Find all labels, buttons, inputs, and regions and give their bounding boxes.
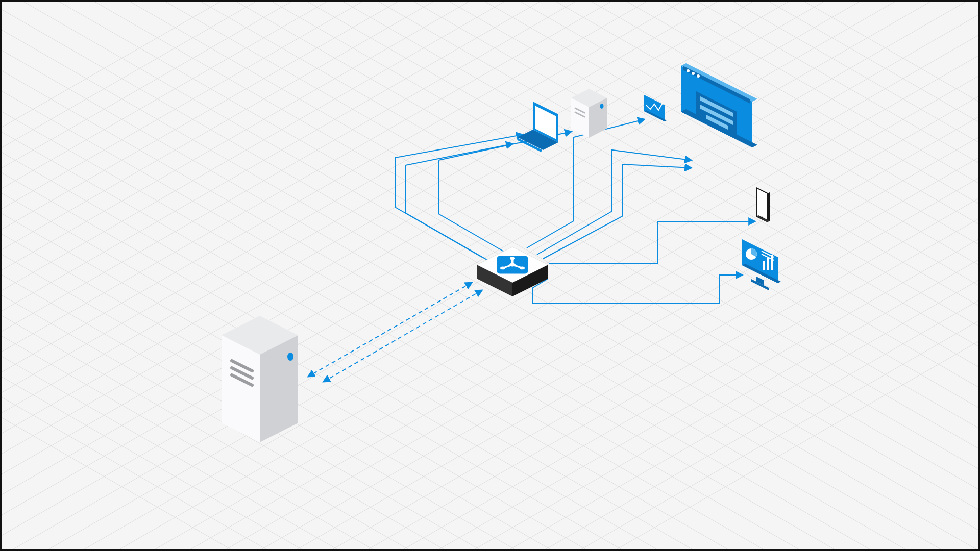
svg-line-67	[2, 53, 978, 549]
edge-hub-webapp	[537, 150, 691, 259]
svg-point-102	[500, 266, 505, 269]
svg-point-119	[687, 69, 690, 72]
svg-line-83	[308, 283, 472, 377]
analytics-monitor-icon	[742, 239, 781, 290]
small-server-icon	[571, 89, 607, 138]
svg-line-70	[2, 114, 978, 549]
svg-point-101	[520, 266, 525, 269]
metrics-screen-icon	[644, 95, 667, 121]
svg-point-129	[761, 217, 763, 218]
svg-line-30	[2, 94, 978, 549]
edge-hub-main-server	[308, 283, 482, 382]
laptop-icon	[518, 102, 558, 152]
svg-point-91	[287, 353, 293, 361]
svg-rect-136	[767, 258, 769, 270]
svg-line-69	[2, 94, 978, 549]
svg-line-28	[2, 53, 978, 549]
svg-line-74	[2, 196, 978, 549]
svg-line-73	[2, 176, 978, 549]
svg-line-79	[2, 298, 978, 549]
phone-icon	[756, 188, 770, 222]
svg-point-120	[692, 72, 695, 75]
svg-rect-135	[763, 261, 765, 270]
svg-line-38	[2, 257, 978, 549]
svg-line-16	[2, 2, 978, 288]
svg-line-84	[324, 290, 482, 382]
diagram-stage	[0, 0, 980, 551]
svg-marker-127	[768, 192, 770, 222]
svg-point-110	[600, 104, 604, 109]
svg-line-77	[2, 257, 978, 549]
svg-point-100	[510, 257, 515, 260]
svg-line-82	[2, 359, 978, 549]
diagram-canvas	[2, 2, 978, 549]
svg-line-81	[2, 339, 978, 549]
edge-hub-phone	[549, 221, 755, 263]
svg-line-35	[2, 196, 978, 549]
edge-hub-laptop	[395, 135, 523, 261]
svg-line-71	[2, 135, 978, 549]
webapp-icon	[681, 63, 757, 147]
main-server-icon	[222, 316, 298, 442]
svg-line-32	[2, 135, 978, 549]
svg-line-31	[2, 114, 978, 549]
svg-line-34	[2, 176, 978, 549]
edge-hub-analytics	[533, 275, 742, 303]
svg-point-121	[697, 74, 700, 78]
